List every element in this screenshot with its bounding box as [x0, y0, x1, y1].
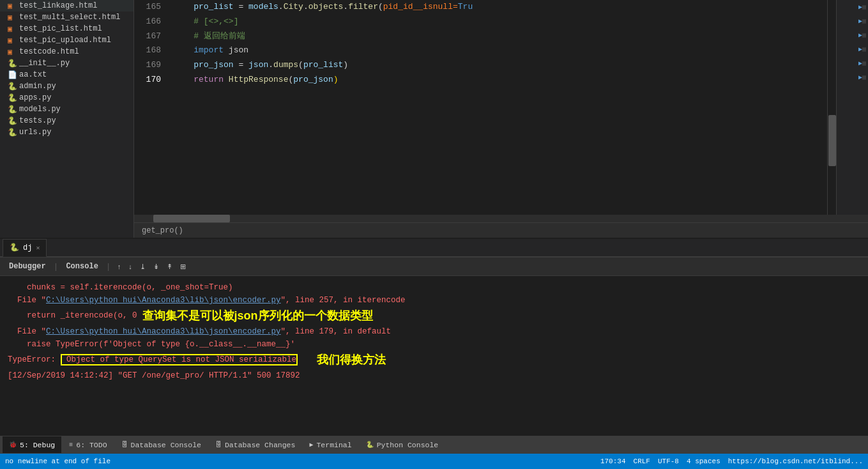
py-file-icon: 🐍 [8, 105, 17, 114]
status-url: https://blog.csdn.net/itblind... [728, 457, 863, 465]
console-label[interactable]: Console [62, 261, 102, 272]
sidebar-item-test-pic-upload[interactable]: ▣ test_pic_upload.html [0, 35, 133, 46]
encoder-link-1[interactable]: C:\Users\python_hui\Anaconda3\lib\json\e… [46, 296, 281, 305]
btab-terminal-label: Terminal [316, 441, 351, 449]
debugger-label[interactable]: Debugger [5, 261, 50, 272]
code-editor[interactable]: 165 166 167 168 169 170 pro_list = model… [134, 0, 868, 215]
sidebar-item-models[interactable]: 🐍 models.py [0, 104, 133, 115]
btab-database-changes[interactable]: 🗄 Database Changes [209, 436, 301, 453]
line-169: 169 [139, 58, 161, 73]
function-label: get_pro() [142, 226, 183, 235]
sidebar-item-label: test_multi_select.html [19, 13, 120, 22]
btab-debug-label: 5: Debug [20, 441, 55, 449]
sidebar-item-label: urls.py [19, 128, 51, 137]
btab-todo[interactable]: ≡ 6: TODO [63, 436, 113, 453]
html-file-icon: ▣ [8, 1, 17, 10]
status-spaces: 4 spaces [687, 457, 720, 465]
sidebar-item-admin[interactable]: 🐍 admin.py [0, 81, 133, 92]
btab-database-console[interactable]: 🗄 Database Console [115, 436, 208, 453]
status-bar: no newline at end of file 170:34 CRLF UT… [0, 454, 868, 469]
console-line-6: TypeError: Object of type QuerySet is no… [8, 351, 860, 369]
sidebar-item-test-multi[interactable]: ▣ test_multi_select.html [0, 12, 133, 23]
gutter-icon-1[interactable]: ▶▦ [837, 0, 868, 14]
console-line-4: File "C:\Users\python_hui\Anaconda3\lib\… [8, 325, 860, 338]
html-file-icon: ▣ [8, 36, 17, 45]
sidebar-item-apps[interactable]: 🐍 apps.py [0, 92, 133, 104]
sidebar-item-label: apps.py [19, 93, 51, 102]
h-scroll-thumb[interactable] [153, 215, 230, 222]
status-left: no newline at end of file [5, 457, 110, 465]
status-position: 170:34 [600, 457, 626, 465]
gutter-icon-4[interactable]: ▶▦ [837, 42, 868, 56]
function-bar: get_pro() [134, 222, 868, 238]
py-file-icon: 🐍 [8, 82, 17, 91]
line-165: 165 [139, 0, 161, 15]
console-line-1: chunks = self.iterencode(o, _one_shot=Tr… [8, 281, 860, 294]
sidebar-item-label: testcode.html [19, 47, 79, 56]
html-file-icon: ▣ [8, 13, 17, 22]
html-file-icon: ▣ [8, 24, 17, 33]
sidebar-item-label: aa.txt [19, 70, 47, 79]
toolbar-btn-up-2[interactable]: ↟ [164, 261, 175, 272]
status-crlf: CRLF [634, 457, 650, 465]
console-line-3: return _iterencode(o, 0 查询集不是可以被json序列化的… [8, 307, 860, 325]
code-line-170: return HttpResponse(pro_json) [174, 73, 819, 88]
bottom-tabs-bar: 🐞 5: Debug ≡ 6: TODO 🗄 Database Console … [0, 436, 868, 454]
database-console-icon: 🗄 [121, 441, 128, 449]
toolbar-btn-down-3[interactable]: ↡ [151, 261, 162, 272]
debug-icon: 🐞 [9, 441, 17, 449]
toolbar-separator-1: | [54, 262, 59, 272]
sidebar-item-aa-txt[interactable]: 📄 aa.txt [0, 69, 133, 81]
html-file-icon: ▣ [8, 47, 17, 56]
sidebar-item-test-linkage[interactable]: ▣ test_linkage.html [0, 0, 133, 12]
code-line-166: # [<>,<>] [174, 15, 819, 29]
sidebar-item-init[interactable]: 🐍 __init__.py [0, 58, 133, 69]
console-output[interactable]: chunks = self.iterencode(o, _one_shot=Tr… [0, 276, 868, 436]
btab-todo-label: 6: TODO [76, 441, 107, 449]
python-console-icon: 🐍 [366, 441, 374, 449]
tab-close-icon[interactable]: ✕ [36, 244, 40, 252]
gutter-icon-2[interactable]: ▶▦ [837, 14, 868, 28]
bottom-toolbar: Debugger | Console | ↑ ↓ ⤓ ↡ ↟ ⊞ [0, 257, 868, 276]
console-line-2: File "C:\Users\python_hui\Anaconda3\lib\… [8, 294, 860, 307]
terminal-icon: ▶ [309, 441, 313, 449]
encoder-link-2[interactable]: C:\Users\python_hui\Anaconda3\lib\json\e… [46, 327, 281, 336]
sidebar-item-tests[interactable]: 🐍 tests.py [0, 115, 133, 127]
btab-python-console[interactable]: 🐍 Python Console [360, 436, 445, 453]
tab-dj[interactable]: 🐍 dj ✕ [3, 239, 47, 257]
error-highlight: Object of type QuerySet is not JSON seri… [61, 354, 298, 365]
toolbar-btn-down-1[interactable]: ↓ [126, 261, 135, 272]
btab-debug[interactable]: 🐞 5: Debug [3, 436, 61, 453]
btab-database-console-label: Database Console [131, 441, 201, 449]
sidebar-item-testcode[interactable]: ▣ testcode.html [0, 46, 133, 58]
tab-label: dj [23, 243, 32, 252]
sidebar-item-label: models.py [19, 105, 61, 114]
btab-terminal[interactable]: ▶ Terminal [303, 436, 358, 453]
gutter-icon-6[interactable]: ▶▦ [837, 70, 868, 84]
sidebar-item-label: test_pic_upload.html [19, 36, 111, 45]
line-170: 170 [139, 73, 161, 88]
code-line-169: pro_json = json.dumps(pro_list) [174, 58, 819, 73]
toolbar-btn-up-1[interactable]: ↑ [115, 261, 124, 272]
py-file-icon: 🐍 [8, 93, 17, 102]
sidebar-item-label: tests.py [19, 116, 56, 125]
btab-database-changes-label: Database Changes [225, 441, 295, 449]
sidebar-item-urls[interactable]: 🐍 urls.py [0, 127, 133, 138]
gutter-icon-3[interactable]: ▶▦ [837, 28, 868, 42]
toolbar-separator-2: | [106, 262, 111, 272]
sidebar-item-label: test_linkage.html [19, 1, 97, 10]
todo-icon: ≡ [69, 442, 73, 449]
toolbar-btn-down-2[interactable]: ⤓ [137, 261, 148, 272]
code-content[interactable]: pro_list = models.City.objects.filter(pi… [166, 0, 827, 215]
sidebar-item-test-pic-list[interactable]: ▣ test_pic_list.html [0, 23, 133, 35]
scrollbar-track[interactable] [827, 0, 836, 215]
gutter-icon-5[interactable]: ▶▦ [837, 56, 868, 70]
toolbar-btn-grid[interactable]: ⊞ [178, 261, 188, 272]
h-scroll[interactable] [134, 215, 868, 222]
code-line-168: import json [174, 43, 819, 58]
sidebar: ▣ test_linkage.html ▣ test_multi_select.… [0, 0, 134, 238]
status-encoding: UTF-8 [658, 457, 679, 465]
code-line-165: pro_list = models.City.objects.filter(pi… [174, 0, 819, 15]
scrollbar-thumb[interactable] [828, 115, 836, 166]
annotation-1: 查询集不是可以被json序列化的一个数据类型 [142, 307, 373, 325]
